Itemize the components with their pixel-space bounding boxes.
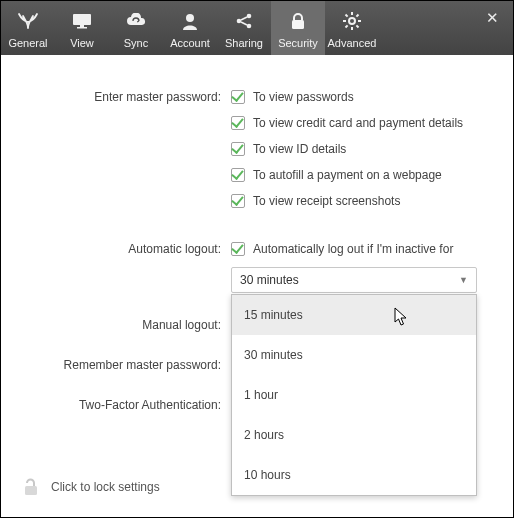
- tab-label: Advanced: [328, 37, 377, 49]
- manual-logout-label: Manual logout:: [21, 318, 231, 332]
- check-autofill-payment-label: To autofill a payment on a webpage: [253, 168, 442, 182]
- check-autofill-payment[interactable]: [231, 168, 245, 182]
- tab-label: Sync: [124, 37, 148, 49]
- tab-view[interactable]: View: [55, 1, 109, 55]
- auto-logout-select[interactable]: 30 minutes ▼: [231, 267, 477, 293]
- check-view-credit[interactable]: [231, 116, 245, 130]
- svg-rect-7: [292, 20, 304, 29]
- tab-sharing[interactable]: Sharing: [217, 1, 271, 55]
- svg-rect-2: [77, 27, 87, 29]
- gear-icon: [343, 9, 361, 33]
- tab-label: Sharing: [225, 37, 263, 49]
- tab-label: Account: [170, 37, 210, 49]
- svg-rect-0: [73, 14, 91, 25]
- monitor-icon: [72, 9, 92, 33]
- check-auto-logout[interactable]: [231, 242, 245, 256]
- auto-logout-selected: 30 minutes: [240, 273, 299, 287]
- lock-icon: [290, 9, 306, 33]
- dropdown-option-10-hours[interactable]: 10 hours: [232, 455, 476, 495]
- dropdown-option-2-hours[interactable]: 2 hours: [232, 415, 476, 455]
- svg-line-15: [346, 25, 348, 27]
- svg-line-13: [346, 15, 348, 17]
- dropdown-option-1-hour[interactable]: 1 hour: [232, 375, 476, 415]
- svg-point-3: [186, 14, 194, 22]
- lock-settings[interactable]: Click to lock settings: [23, 477, 160, 497]
- mouse-cursor-icon: [394, 307, 408, 327]
- tab-sync[interactable]: Sync: [109, 1, 163, 55]
- svg-line-14: [356, 25, 358, 27]
- svg-point-4: [247, 14, 252, 19]
- tab-general[interactable]: General: [1, 1, 55, 55]
- tab-label: View: [70, 37, 94, 49]
- check-view-credit-label: To view credit card and payment details: [253, 116, 463, 130]
- svg-line-16: [356, 15, 358, 17]
- tab-label: General: [8, 37, 47, 49]
- enter-master-password-label: Enter master password:: [21, 90, 231, 104]
- check-view-receipt[interactable]: [231, 194, 245, 208]
- person-icon: [181, 9, 199, 33]
- lock-settings-text: Click to lock settings: [51, 480, 160, 494]
- tab-security[interactable]: Security: [271, 1, 325, 55]
- check-view-passwords[interactable]: [231, 90, 245, 104]
- tab-account[interactable]: Account: [163, 1, 217, 55]
- dropdown-option-30-minutes[interactable]: 30 minutes: [232, 335, 476, 375]
- tab-label: Security: [278, 37, 318, 49]
- automatic-logout-label: Automatic logout:: [21, 242, 231, 256]
- svg-point-5: [237, 19, 242, 24]
- svg-point-8: [349, 18, 355, 24]
- check-view-passwords-label: To view passwords: [253, 90, 354, 104]
- toolbar: General View Sync Account Sharing: [1, 1, 513, 55]
- cloud-sync-icon: [125, 9, 147, 33]
- share-icon: [235, 9, 253, 33]
- close-button[interactable]: ✕: [486, 9, 499, 27]
- auto-logout-dropdown: 15 minutes 30 minutes 1 hour 2 hours 10 …: [231, 294, 477, 496]
- two-factor-auth-label: Two-Factor Authentication:: [21, 398, 231, 412]
- svg-point-6: [247, 24, 252, 29]
- tab-advanced[interactable]: Advanced: [325, 1, 379, 55]
- antelope-icon: [17, 9, 39, 33]
- svg-rect-1: [80, 25, 84, 27]
- dropdown-option-15-minutes[interactable]: 15 minutes: [232, 295, 476, 335]
- settings-window: General View Sync Account Sharing: [1, 1, 513, 517]
- check-auto-logout-label: Automatically log out if I'm inactive fo…: [253, 242, 453, 256]
- remember-master-password-label: Remember master password:: [21, 358, 231, 372]
- check-view-id[interactable]: [231, 142, 245, 156]
- security-panel: Enter master password: To view passwords…: [1, 55, 513, 417]
- chevron-down-icon: ▼: [459, 275, 468, 285]
- check-view-id-label: To view ID details: [253, 142, 346, 156]
- unlocked-padlock-icon: [23, 477, 39, 497]
- svg-rect-17: [25, 486, 37, 495]
- check-view-receipt-label: To view receipt screenshots: [253, 194, 400, 208]
